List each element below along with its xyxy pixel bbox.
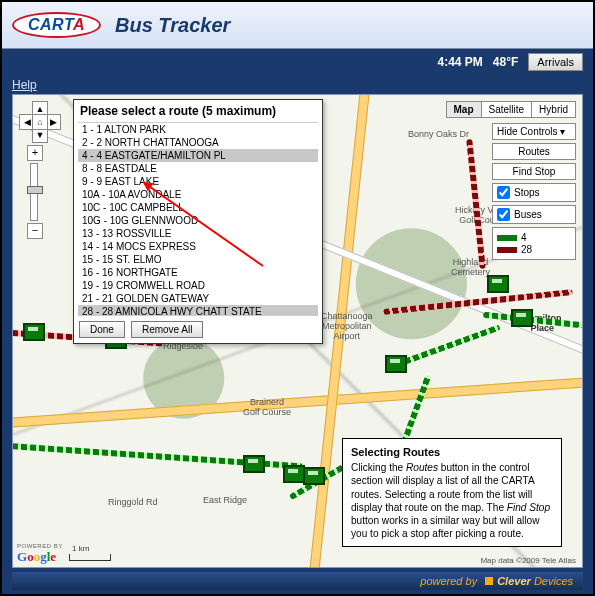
buses-checkbox[interactable]: Buses [492,205,576,224]
stops-checkbox-input[interactable] [497,186,510,199]
find-stop-button[interactable]: Find Stop [492,163,576,180]
clock-text: 4:44 PM [437,55,482,69]
routes-button[interactable]: Routes [492,143,576,160]
arrivals-button[interactable]: Arrivals [528,53,583,71]
callout-title: Selecting Routes [351,445,553,459]
bus-icon[interactable] [243,455,265,473]
route-option[interactable]: 16 - 16 NORTHGATE [78,266,318,279]
legend-label-4: 4 [521,232,527,243]
google-logo: Google [17,549,56,565]
brand-square-icon [485,577,493,585]
callout-text: button works in a similar way but will a… [351,515,539,539]
scale-label: 1 km [72,544,89,553]
buses-label: Buses [514,209,542,220]
footer: powered by Clever Devices [12,572,583,590]
hide-controls-button[interactable]: Hide Controls ▾ [492,123,576,140]
callout-em: Find Stop [507,502,550,513]
maptype-map[interactable]: Map [446,101,482,118]
bus-icon[interactable] [487,275,509,293]
map-side-panel: Hide Controls ▾ Routes Find Stop Stops B… [492,123,576,260]
map-pan-control: ▲ ▼ ◀ ▶ ⌂ [19,101,59,141]
map-label: Bonny Oaks Dr [408,129,469,139]
route-option[interactable]: 13 - 13 ROSSVILLE [78,227,318,240]
legend-swatch-28 [497,247,517,253]
map-type-switch: Map Satellite Hybrid [446,101,576,118]
bus-icon[interactable] [511,309,533,327]
done-button[interactable]: Done [79,321,125,338]
route-option[interactable]: 10A - 10A AVONDALE [78,188,318,201]
zoom-out-button[interactable]: − [27,223,43,239]
route-dialog-title: Please select a route (5 maximum) [74,100,322,122]
route-option[interactable]: 21 - 21 GOLDEN GATEWAY [78,292,318,305]
stops-label: Stops [514,187,540,198]
stops-checkbox[interactable]: Stops [492,183,576,202]
bus-icon[interactable] [303,467,325,485]
footer-powered: powered by [420,575,477,587]
app-subtitle: Bus Tracker [115,14,230,37]
map-credit: Map data ©2009 Tele Atlas [480,556,576,565]
help-link[interactable]: Help [12,78,37,92]
footer-brand: Clever Devices [485,575,573,587]
temperature-text: 48°F [493,55,518,69]
zoom-handle[interactable] [27,186,43,194]
route-option[interactable]: 2 - 2 NORTH CHATTANOOGA [78,136,318,149]
carta-logo: CARTA [12,12,101,38]
map-label: East Ridge [203,495,247,505]
zoom-in-button[interactable]: + [27,145,43,161]
callout-em: Routes [406,462,438,473]
route-option[interactable]: 14 - 14 MOCS EXPRESS [78,240,318,253]
map-label: Brainerd Golf Course [243,397,291,417]
route-option[interactable]: 19 - 19 CROMWELL ROAD [78,279,318,292]
map-scale: 1 km [69,554,111,561]
header: CARTA Bus Tracker [2,2,593,49]
route-option[interactable]: 1 - 1 ALTON PARK [78,123,318,136]
route-legend: 4 28 [492,227,576,260]
maptype-satellite[interactable]: Satellite [482,101,533,118]
map-label: Ringgold Rd [108,497,158,507]
map-label: Chattanooga Metropolitan Airport [321,311,373,341]
pan-center-button[interactable]: ⌂ [32,114,48,130]
remove-all-button[interactable]: Remove All [131,321,204,338]
bus-icon[interactable] [23,323,45,341]
route-option[interactable]: 15 - 15 ST. ELMO [78,253,318,266]
buses-checkbox-input[interactable] [497,208,510,221]
maptype-hybrid[interactable]: Hybrid [532,101,576,118]
route-option[interactable]: 9 - 9 EAST LAKE [78,175,318,188]
bus-icon[interactable] [385,355,407,373]
map-zoom-control: + − [27,145,41,239]
route-option[interactable]: 28 - 28 AMNICOLA HWY CHATT STATE [78,305,318,316]
map-viewport[interactable]: Ridgeside East Ridge Ringgold Rd Brainer… [12,94,583,568]
callout-text: Clicking the [351,462,406,473]
status-bar: 4:44 PM 48°F Arrivals [2,49,593,75]
bus-icon[interactable] [283,465,305,483]
route-option[interactable]: 10C - 10C CAMPBELL [78,201,318,214]
zoom-track[interactable] [30,163,38,221]
legend-swatch-4 [497,235,517,241]
help-callout: Selecting Routes Clicking the Routes but… [342,438,562,547]
legend-label-28: 28 [521,244,532,255]
route-option[interactable]: 8 - 8 EASTDALE [78,162,318,175]
route-option[interactable]: 4 - 4 EASTGATE/HAMILTON PL [78,149,318,162]
